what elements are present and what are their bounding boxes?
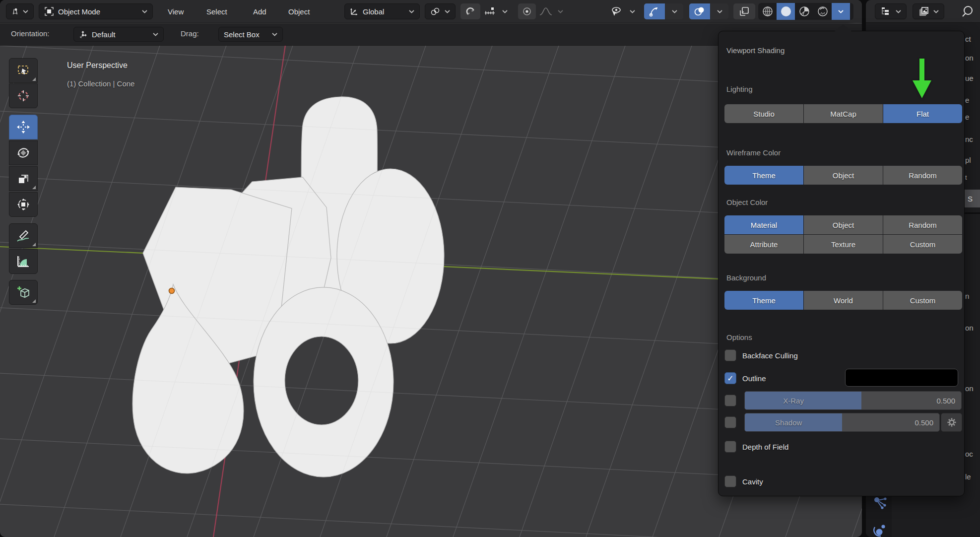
cavity-checkbox[interactable]	[724, 475, 736, 487]
depth-of-field-checkbox[interactable]	[724, 441, 736, 453]
menu-object[interactable]: Object	[284, 0, 314, 23]
mode-selector[interactable]: Object Mode	[39, 3, 153, 19]
menu-add[interactable]: Add	[249, 0, 270, 23]
options-label: Options	[726, 333, 752, 341]
show-gizmo-toggle[interactable]	[644, 3, 665, 19]
xray-slider-value: 0.500	[936, 392, 955, 409]
xray-slider-label: X-Ray	[745, 392, 842, 409]
shading-rendered-button[interactable]	[813, 3, 832, 20]
snap-toggle[interactable]	[460, 3, 480, 19]
color-object-button[interactable]: Object	[804, 215, 883, 234]
wireframe-sphere-icon	[762, 5, 774, 17]
color-custom-button[interactable]: Custom	[883, 235, 962, 254]
xray-toggle[interactable]	[733, 3, 755, 19]
color-material-button[interactable]: Material	[724, 215, 803, 234]
object-mode-icon	[44, 6, 54, 16]
wireframe-color-label: Wireframe Color	[726, 148, 781, 157]
properties-text-fragment: oc	[965, 450, 973, 458]
properties-tab-physics-icon[interactable]	[872, 522, 889, 537]
outliner-search[interactable]	[961, 3, 980, 19]
shading-wireframe-button[interactable]	[758, 3, 777, 20]
shadow-settings-button[interactable]	[941, 413, 962, 432]
gizmo-dropdown[interactable]	[665, 3, 683, 19]
torus-object[interactable]	[254, 287, 393, 477]
lighting-segmented: Studio MatCap Flat	[724, 104, 962, 123]
properties-search-text: S	[968, 195, 973, 203]
wireframe-theme-button[interactable]: Theme	[724, 166, 803, 185]
tool-submenu-indicator	[32, 186, 36, 189]
tool-select-box[interactable]	[9, 58, 38, 83]
outliner-display-mode[interactable]	[875, 3, 907, 19]
menu-add-label: Add	[253, 7, 266, 16]
backface-culling-checkbox[interactable]	[724, 349, 736, 361]
measure-icon	[16, 254, 31, 269]
drag-dropdown[interactable]: Select Box	[218, 27, 283, 42]
viewport-header: Object Mode View Select Add Object Globa…	[0, 0, 862, 23]
pivot-point-selector[interactable]	[425, 3, 456, 19]
show-overlays-toggle[interactable]	[689, 3, 710, 19]
tool-scale[interactable]	[9, 166, 38, 191]
snap-target-selector[interactable]	[481, 3, 511, 19]
overlays-dropdown[interactable]	[711, 3, 728, 19]
tool-annotate[interactable]	[9, 223, 38, 248]
shading-material-button[interactable]	[795, 3, 813, 20]
orientation-dropdown[interactable]: Default	[73, 27, 164, 42]
view-object-types-selector[interactable]	[606, 3, 638, 19]
background-world-button[interactable]: World	[804, 291, 883, 310]
menu-select[interactable]: Select	[202, 0, 231, 23]
outliner-item-fragment[interactable]: e	[965, 113, 969, 121]
3d-cursor-icon	[16, 89, 30, 103]
object-origin-dot[interactable]	[169, 288, 175, 294]
color-attribute-button[interactable]: Attribute	[724, 235, 803, 254]
tool-transform[interactable]	[9, 192, 38, 217]
proportional-editing-toggle[interactable]	[518, 3, 536, 19]
orientation-value: Global	[363, 7, 384, 16]
outline-color-swatch[interactable]	[845, 369, 958, 387]
wireframe-random-button[interactable]: Random	[883, 166, 962, 185]
menu-view[interactable]: View	[164, 0, 188, 23]
lighting-studio-button[interactable]: Studio	[724, 104, 803, 123]
background-theme-button[interactable]: Theme	[724, 291, 803, 310]
shading-dropdown-button[interactable]	[832, 3, 850, 20]
filter-images-icon	[918, 6, 929, 17]
shadow-slider-label: Shadow	[745, 413, 832, 431]
mode-label: Object Mode	[58, 7, 100, 16]
properties-text-fragment: on	[965, 324, 974, 332]
outliner-item-fragment[interactable]: t	[965, 174, 967, 181]
outliner-item-fragment[interactable]: ct	[965, 35, 971, 43]
orientation-dropdown-value: Default	[92, 30, 116, 39]
color-texture-button[interactable]: Texture	[804, 235, 883, 254]
solid-sphere-icon	[780, 5, 792, 17]
shadow-checkbox[interactable]	[724, 416, 736, 428]
xray-slider[interactable]: X-Ray 0.500	[744, 391, 962, 410]
background-custom-button[interactable]: Custom	[883, 291, 962, 310]
wireframe-object-button[interactable]: Object	[804, 166, 883, 185]
properties-tab-particles-icon[interactable]	[872, 495, 889, 512]
proportional-falloff-selector[interactable]	[536, 3, 566, 19]
color-random-button[interactable]: Random	[883, 215, 962, 234]
outliner-filter[interactable]	[913, 3, 944, 19]
shadow-slider[interactable]: Shadow 0.500	[744, 413, 940, 432]
popover-pointer	[835, 24, 851, 31]
shading-solid-button[interactable]	[777, 3, 795, 20]
lighting-matcap-button[interactable]: MatCap	[804, 104, 883, 123]
outliner-item-fragment[interactable]: pl	[965, 156, 971, 164]
outline-checkbox[interactable]: ✓	[724, 372, 736, 384]
editor-type-selector[interactable]	[6, 3, 34, 19]
transform-orientation-selector[interactable]: Global	[344, 3, 420, 19]
outliner-item-fragment[interactable]: ue	[965, 74, 974, 82]
lighting-flat-button[interactable]: Flat	[883, 104, 962, 123]
outline-row: ✓ Outline	[724, 372, 766, 385]
blender-window: User Perspective (1) Collection | Cone O…	[0, 0, 980, 537]
tool-cursor[interactable]	[9, 83, 38, 108]
outliner-item-fragment[interactable]: e	[965, 96, 969, 104]
tool-move[interactable]	[9, 115, 38, 139]
tool-rotate[interactable]	[9, 140, 38, 165]
outliner-item-fragment[interactable]: nc	[965, 135, 973, 143]
tool-add-cube[interactable]	[9, 280, 38, 305]
outliner-tree-icon	[880, 6, 890, 16]
xray-checkbox[interactable]	[724, 395, 736, 406]
tool-measure[interactable]	[9, 249, 38, 274]
outliner-item-fragment[interactable]: on	[965, 54, 974, 62]
lighting-label: Lighting	[726, 85, 753, 93]
